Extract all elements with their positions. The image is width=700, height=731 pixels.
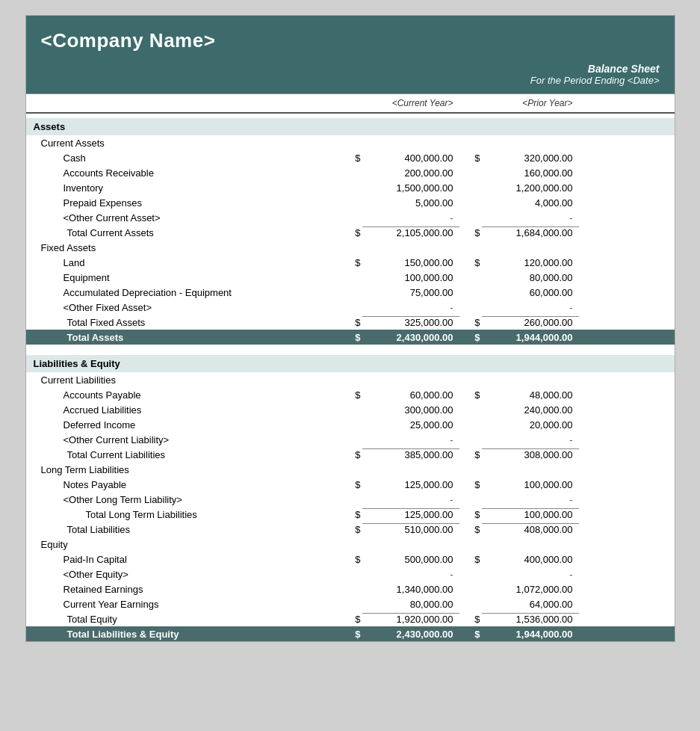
item-label: Retained Earnings [26, 584, 340, 595]
table-row: Retained Earnings 1,340,000.00 1,072,000… [26, 582, 675, 596]
py-value: - [482, 569, 579, 580]
header-right: Balance Sheet For the Period Ending <Dat… [26, 58, 675, 93]
cy-value: 80,000.00 [362, 599, 459, 610]
table-row: <Other Current Asset> - - [26, 210, 675, 225]
grand-total-le-cy: 2,430,000.00 [362, 629, 459, 640]
current-assets-label: Current Assets [26, 138, 340, 149]
total-equity-row: Total Equity $ 1,920,000.00 $ 1,536,000.… [26, 611, 675, 626]
table-row: <Other Equity> - - [26, 567, 675, 582]
py-value: 240,000.00 [482, 404, 579, 416]
cy-value: - [362, 569, 459, 580]
equity-heading: Equity [26, 537, 675, 552]
fixed-assets-heading: Fixed Assets [26, 240, 675, 255]
total-long-term-liabilities-row: Total Long Term Liabilities $ 125,000.00… [26, 507, 675, 522]
table-row: Accounts Receivable 200,000.00 160,000.0… [26, 165, 675, 180]
total-current-assets-row: Total Current Assets $ 2,105,000.00 $ 1,… [26, 225, 675, 240]
table-row: <Other Long Term Liability> - - [26, 492, 675, 507]
total-cy-value: 385,000.00 [362, 448, 459, 460]
label-col-header [26, 98, 340, 108]
total-liabilities-equity-row: Total Liabilities & Equity $ 2,430,000.0… [26, 626, 675, 641]
py-value: 48,000.00 [482, 389, 579, 401]
py-value: 60,000.00 [482, 287, 579, 298]
total-py-value: 260,000.00 [482, 316, 579, 328]
total-liabilities-row: Total Liabilities $ 510,000.00 $ 408,000… [26, 522, 675, 537]
prior-year-header: <Prior Year> [482, 98, 579, 108]
total-cy-value: 2,105,000.00 [362, 226, 459, 238]
table-row: Current Year Earnings 80,000.00 64,000.0… [26, 596, 675, 611]
total-current-assets-label: Total Current Assets [26, 227, 340, 238]
cy-value: 75,000.00 [362, 287, 459, 298]
item-label: <Other Current Asset> [26, 212, 340, 223]
cy-value: 125,000.00 [362, 479, 459, 490]
item-label: Deferred Income [26, 419, 340, 431]
fixed-assets-label: Fixed Assets [26, 242, 340, 253]
total-cy-value: 325,000.00 [362, 316, 459, 328]
py-value: 320,000.00 [482, 152, 579, 164]
total-liabilities-py: 408,000.00 [482, 523, 579, 535]
py-value: 4,000.00 [482, 197, 579, 209]
item-label: Inventory [26, 182, 340, 194]
cy-value: 500,000.00 [362, 554, 459, 565]
dollar-sign: $ [340, 227, 362, 238]
total-liabilities-equity-label: Total Liabilities & Equity [26, 629, 340, 640]
item-label: <Other Long Term Liability> [26, 494, 340, 505]
item-label: Notes Payable [26, 479, 340, 490]
total-fixed-assets-row: Total Fixed Assets $ 325,000.00 $ 260,00… [26, 315, 675, 330]
item-label: Paid-In Capital [26, 554, 340, 565]
table-row: Accounts Payable $ 60,000.00 $ 48,000.00 [26, 387, 675, 402]
liabilities-equity-label: Liabilities & Equity [26, 358, 340, 369]
py-value: 400,000.00 [482, 554, 579, 565]
cy-value: 200,000.00 [362, 167, 459, 179]
dollar-sign-py: $ [459, 332, 482, 343]
item-label: <Other Equity> [26, 569, 340, 580]
py-value: 80,000.00 [482, 272, 579, 283]
current-liabilities-label: Current Liabilities [26, 374, 340, 386]
table-row: Inventory 1,500,000.00 1,200,000.00 [26, 180, 675, 195]
report-title: Balance Sheet [41, 63, 660, 75]
table-area: Assets Current Assets Cash $ 400,000.00 … [26, 118, 675, 641]
dollar-sign-py: $ [459, 614, 482, 625]
cy-value: 5,000.00 [362, 197, 459, 209]
table-row: Notes Payable $ 125,000.00 $ 100,000.00 [26, 477, 675, 492]
item-label: Accumulated Depreciation - Equipment [26, 287, 340, 298]
total-equity-py: 1,536,000.00 [482, 613, 579, 625]
item-label: Accounts Receivable [26, 167, 340, 179]
assets-label: Assets [26, 121, 340, 132]
py-value: - [482, 302, 579, 313]
total-equity-cy: 1,920,000.00 [362, 613, 459, 625]
item-label: <Other Fixed Asset> [26, 302, 340, 313]
dollar-sign-py: $ [459, 629, 482, 640]
cy-value: 400,000.00 [362, 152, 459, 164]
dollar-sign: $ [340, 479, 362, 490]
table-row: Paid-In Capital $ 500,000.00 $ 400,000.0… [26, 552, 675, 567]
cy-value: 1,500,000.00 [362, 182, 459, 194]
py-value: - [482, 212, 579, 223]
dollar-sign: $ [340, 152, 362, 164]
total-py-value: 1,684,000.00 [482, 226, 579, 238]
dollar-sign-py: $ [459, 152, 482, 164]
assets-section-header: Assets [26, 118, 675, 135]
total-equity-label: Total Equity [26, 614, 340, 625]
current-year-header: <Current Year> [362, 98, 459, 108]
table-row: Accrued Liabilities 300,000.00 240,000.0… [26, 402, 675, 417]
dollar-sign-py: $ [459, 554, 482, 565]
table-row: <Other Current Liability> - - [26, 432, 675, 447]
dollar-sign-py: $ [459, 479, 482, 490]
py-value: 20,000.00 [482, 419, 579, 431]
item-label: Equipment [26, 272, 340, 283]
item-label: <Other Current Liability> [26, 434, 340, 445]
table-row: Accumulated Depreciation - Equipment 75,… [26, 285, 675, 300]
cy-value: - [362, 212, 459, 223]
item-label: Accrued Liabilities [26, 404, 340, 416]
py-value: 100,000.00 [482, 479, 579, 490]
column-headers: <Current Year> <Prior Year> [26, 93, 675, 114]
cy-value: 100,000.00 [362, 272, 459, 283]
cy-value: 60,000.00 [362, 389, 459, 401]
total-liabilities-cy: 510,000.00 [362, 523, 459, 535]
dollar-sign-py: $ [459, 524, 482, 535]
item-label: Land [26, 257, 340, 268]
equity-label: Equity [26, 539, 340, 550]
dollar-sign: $ [340, 554, 362, 565]
item-label: Prepaid Expenses [26, 197, 340, 209]
cy-value: 1,340,000.00 [362, 584, 459, 595]
